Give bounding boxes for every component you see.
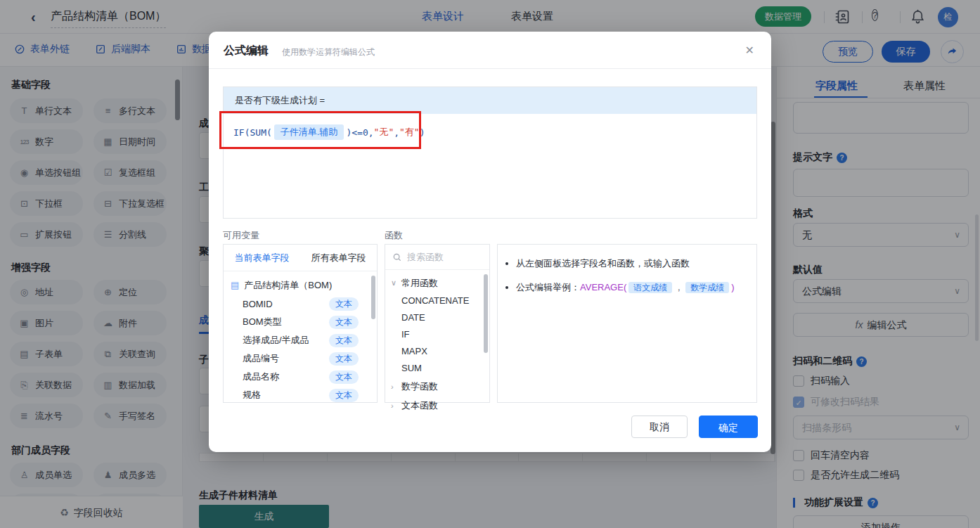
formula-string: "有" (399, 126, 420, 139)
chevron-right-icon: › (391, 401, 397, 410)
tip-example: 公式编辑举例：AVERAGE(语文成绩，数学成绩) (516, 281, 747, 295)
variable-field-row[interactable]: 选择成品/半成品文本 (224, 331, 377, 349)
example-field-chip: 语文成绩 (628, 282, 672, 293)
formula-editor-box: 是否有下级生成计划 = IF(SUM(子件清单.辅助)<=0,"无","有") (223, 86, 757, 219)
type-tag: 文本 (329, 316, 359, 329)
function-item[interactable]: DATE (385, 309, 489, 326)
functions-label: 函数 (385, 229, 403, 242)
example-function: AVERAGE( (580, 282, 626, 292)
functions-scrollbar[interactable] (484, 274, 488, 353)
formula-comma: , (394, 127, 399, 138)
document-icon: ▤ (231, 280, 239, 290)
cancel-button[interactable]: 取消 (631, 416, 688, 438)
variables-scrollbar[interactable] (371, 276, 375, 319)
function-item[interactable]: MAPX (385, 343, 489, 360)
app-root: ‹ 产品结构清单（BOM） 表单设计 表单设置 数据管理 ? 检 表单外链 (0, 0, 980, 528)
formula-expression[interactable]: IF(SUM(子件清单.辅助)<=0,"无","有") (224, 114, 756, 150)
variable-field-row[interactable]: 成品名称文本 (224, 368, 377, 386)
function-item[interactable]: SUM (385, 360, 489, 377)
variables-tabs: 当前表单字段 所有表单字段 (224, 245, 377, 271)
modal-subtitle: 使用数学运算符编辑公式 (282, 46, 375, 58)
type-tag: 文本 (329, 334, 359, 347)
variable-field-row[interactable]: BOMID文本 (224, 295, 377, 313)
function-group-common[interactable]: ∨常用函数 (385, 273, 489, 292)
tips-panel: 从左侧面板选择字段名和函数，或输入函数 公式编辑举例：AVERAGE(语文成绩，… (497, 244, 757, 403)
chevron-down-icon: ∨ (391, 278, 397, 288)
function-item[interactable]: CONCATENATE (385, 292, 489, 309)
tab-current-form-fields[interactable]: 当前表单字段 (224, 245, 300, 271)
formula-string: "无" (374, 126, 394, 139)
variable-field-row[interactable]: 规格文本 (224, 386, 377, 404)
variable-field-row[interactable]: 成品编号文本 (224, 349, 377, 368)
example-field-chip: 数学成绩 (685, 282, 729, 293)
type-tag: 文本 (329, 352, 359, 366)
variables-label: 可用变量 (223, 229, 259, 242)
confirm-button[interactable]: 确定 (699, 416, 758, 438)
tip-line: 从左侧面板选择字段名和函数，或输入函数 (516, 257, 747, 271)
function-item[interactable]: IF (385, 326, 489, 343)
function-group-text[interactable]: ›文本函数 (385, 396, 489, 415)
formula-target-field: 是否有下级生成计划 = (224, 87, 756, 114)
search-icon (392, 252, 402, 262)
type-tag: 文本 (329, 389, 359, 402)
field-token-chip[interactable]: 子件清单.辅助 (274, 124, 344, 140)
search-input[interactable] (407, 252, 477, 262)
chevron-right-icon: › (391, 382, 397, 391)
variable-field-row[interactable]: BOM类型文本 (224, 313, 377, 331)
function-group-math[interactable]: ›数学函数 (385, 377, 489, 396)
close-icon[interactable]: ✕ (745, 44, 754, 57)
variables-panel: 当前表单字段 所有表单字段 ▤产品结构清单（BOM) BOMID文本 BOM类型… (223, 244, 378, 403)
form-tree-root[interactable]: ▤产品结构清单（BOM) (224, 276, 377, 295)
formula-mid: )<=0, (346, 127, 373, 138)
formula-pre: IF(SUM( (233, 127, 272, 138)
type-tag: 文本 (329, 297, 359, 311)
formula-edit-modal: 公式编辑 使用数学运算符编辑公式 ✕ 是否有下级生成计划 = IF(SUM(子件… (209, 32, 771, 452)
functions-panel: ∨常用函数 CONCATENATE DATE IF MAPX SUM ›数学函数… (385, 244, 490, 403)
formula-post: ) (420, 127, 425, 138)
modal-header: 公式编辑 使用数学运算符编辑公式 ✕ (209, 32, 771, 69)
tab-all-form-fields[interactable]: 所有表单字段 (300, 245, 377, 271)
function-search[interactable] (385, 245, 489, 270)
type-tag: 文本 (329, 371, 359, 384)
modal-title: 公式编辑 (224, 44, 269, 58)
